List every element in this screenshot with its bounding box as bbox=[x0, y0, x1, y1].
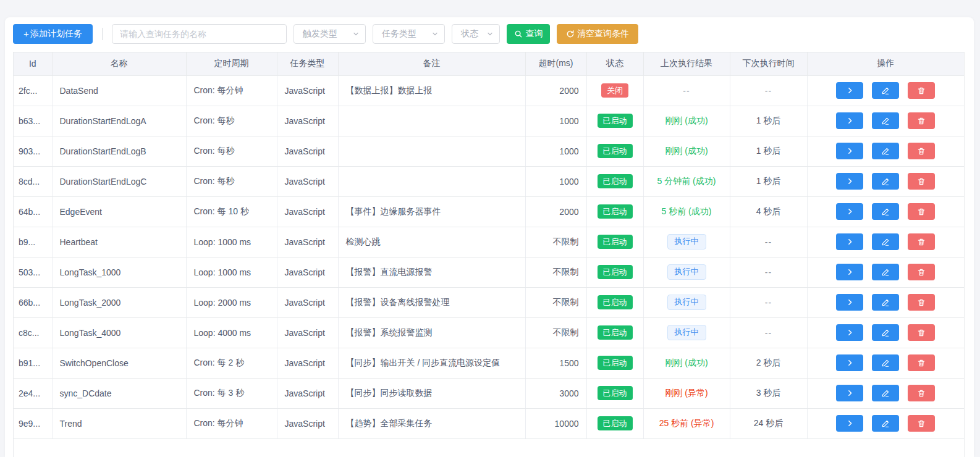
pencil-icon bbox=[881, 117, 890, 125]
trash-icon bbox=[917, 117, 926, 125]
table-row: b9...HeartbeatLoop: 1000 msJavaScript检测心… bbox=[14, 227, 964, 257]
run-task-button[interactable] bbox=[836, 385, 863, 401]
run-task-button[interactable] bbox=[836, 264, 863, 280]
pencil-icon bbox=[881, 359, 890, 367]
cell-next-run-time: -- bbox=[730, 287, 807, 317]
cell-status: 已启动 bbox=[586, 317, 643, 348]
run-task-button[interactable] bbox=[836, 173, 863, 190]
task-name-search-input[interactable] bbox=[112, 24, 287, 44]
cell-schedule-period: Cron: 每 10 秒 bbox=[186, 196, 277, 227]
edit-task-button[interactable] bbox=[872, 143, 899, 159]
run-task-button[interactable] bbox=[836, 203, 863, 220]
column-header: 任务类型 bbox=[277, 52, 338, 75]
add-task-button[interactable]: + 添加计划任务 bbox=[13, 24, 93, 44]
cell-status: 已启动 bbox=[586, 408, 643, 438]
chevron-right-icon bbox=[846, 177, 854, 185]
cell-task-type: JavaScript bbox=[277, 227, 338, 257]
cell-note bbox=[338, 106, 525, 136]
cell-task-name: DurationStartEndLogC bbox=[52, 166, 186, 196]
chevron-right-icon bbox=[846, 238, 854, 246]
cell-task-name: DataSend bbox=[52, 75, 186, 106]
edit-task-button[interactable] bbox=[872, 354, 899, 371]
cell-last-result: 执行中 bbox=[643, 287, 730, 317]
cell-actions bbox=[807, 196, 964, 227]
delete-task-button[interactable] bbox=[908, 294, 935, 311]
query-button[interactable]: 查询 bbox=[507, 24, 550, 44]
plus-icon: + bbox=[23, 28, 29, 39]
delete-task-button[interactable] bbox=[908, 385, 935, 401]
run-task-button[interactable] bbox=[836, 415, 863, 432]
table-row: 2fc...DataSendCron: 每分钟JavaScript【数据上报】数… bbox=[14, 75, 964, 106]
delete-task-button[interactable] bbox=[908, 415, 935, 432]
chevron-right-icon bbox=[846, 298, 854, 306]
edit-task-button[interactable] bbox=[872, 203, 899, 220]
delete-task-button[interactable] bbox=[908, 233, 935, 250]
pencil-icon bbox=[881, 86, 890, 95]
cell-task-id: c8c... bbox=[14, 317, 52, 348]
table-row: 8cd...DurationStartEndLogCCron: 每秒JavaSc… bbox=[14, 166, 964, 196]
cell-next-run-time: -- bbox=[730, 75, 807, 106]
table-row: b63...DurationStartEndLogACron: 每秒JavaSc… bbox=[14, 106, 964, 136]
edit-task-button[interactable] bbox=[872, 82, 899, 99]
cell-timeout: 3000 bbox=[525, 378, 586, 408]
delete-task-button[interactable] bbox=[908, 173, 935, 190]
run-task-button[interactable] bbox=[836, 82, 863, 99]
trigger-type-select[interactable]: 触发类型 bbox=[294, 24, 366, 44]
edit-task-button[interactable] bbox=[872, 233, 899, 250]
delete-task-button[interactable] bbox=[908, 264, 935, 280]
cell-status: 已启动 bbox=[586, 136, 643, 166]
run-task-button[interactable] bbox=[836, 324, 863, 341]
delete-task-button[interactable] bbox=[908, 324, 935, 341]
cell-status: 已启动 bbox=[586, 227, 643, 257]
pencil-icon bbox=[881, 147, 890, 156]
cell-schedule-period: Cron: 每 3 秒 bbox=[186, 378, 277, 408]
delete-task-button[interactable] bbox=[908, 354, 935, 371]
trash-icon bbox=[917, 329, 926, 337]
run-task-button[interactable] bbox=[836, 233, 863, 250]
cell-schedule-period: Cron: 每秒 bbox=[186, 136, 277, 166]
clear-query-button[interactable]: 清空查询条件 bbox=[557, 24, 638, 44]
cell-actions bbox=[807, 75, 964, 106]
table-row: 9e9...TrendCron: 每分钟JavaScript【趋势】全部采集任务… bbox=[14, 408, 964, 438]
task-type-select[interactable]: 任务类型 bbox=[373, 24, 445, 44]
trash-icon bbox=[917, 268, 926, 277]
chevron-right-icon bbox=[846, 86, 854, 94]
delete-task-button[interactable] bbox=[908, 112, 935, 129]
cell-note: 【事件】边缘服务器事件 bbox=[338, 196, 525, 227]
delete-task-button[interactable] bbox=[908, 143, 935, 159]
cell-last-result: 5 分钟前 (成功) bbox=[643, 166, 730, 196]
edit-task-button[interactable] bbox=[872, 294, 899, 311]
table-row: 66b...LongTask_2000Loop: 2000 msJavaScri… bbox=[14, 287, 964, 317]
cell-actions bbox=[807, 408, 964, 438]
cell-task-id: b9... bbox=[14, 227, 52, 257]
cell-task-type: JavaScript bbox=[277, 75, 338, 106]
cell-task-name: LongTask_4000 bbox=[52, 317, 186, 348]
edit-task-button[interactable] bbox=[872, 112, 899, 129]
edit-task-button[interactable] bbox=[872, 264, 899, 280]
run-task-button[interactable] bbox=[836, 143, 863, 159]
edit-task-button[interactable] bbox=[872, 173, 899, 190]
run-task-button[interactable] bbox=[836, 112, 863, 129]
cell-task-id: 9e9... bbox=[14, 408, 52, 438]
edit-task-button[interactable] bbox=[872, 385, 899, 401]
status-badge: 已启动 bbox=[598, 235, 633, 249]
cell-timeout: 1000 bbox=[525, 166, 586, 196]
delete-task-button[interactable] bbox=[908, 203, 935, 220]
cell-task-id: b91... bbox=[14, 348, 52, 378]
delete-task-button[interactable] bbox=[908, 82, 935, 99]
cell-last-result: -- bbox=[643, 75, 730, 106]
status-badge: 已启动 bbox=[598, 144, 633, 159]
run-task-button[interactable] bbox=[836, 294, 863, 311]
status-badge: 已启动 bbox=[598, 265, 633, 280]
cell-actions bbox=[807, 166, 964, 196]
pencil-icon bbox=[881, 177, 890, 186]
cell-status: 已启动 bbox=[586, 378, 643, 408]
run-task-button[interactable] bbox=[836, 354, 863, 371]
table-row: c8c...LongTask_4000Loop: 4000 msJavaScri… bbox=[14, 317, 964, 348]
edit-task-button[interactable] bbox=[872, 324, 899, 341]
status-select[interactable]: 状态 bbox=[452, 24, 500, 44]
cell-note: 【报警】直流电源报警 bbox=[338, 257, 525, 287]
add-task-label: 添加计划任务 bbox=[30, 28, 82, 40]
cell-last-result: 刚刚 (成功) bbox=[643, 136, 730, 166]
edit-task-button[interactable] bbox=[872, 415, 899, 432]
